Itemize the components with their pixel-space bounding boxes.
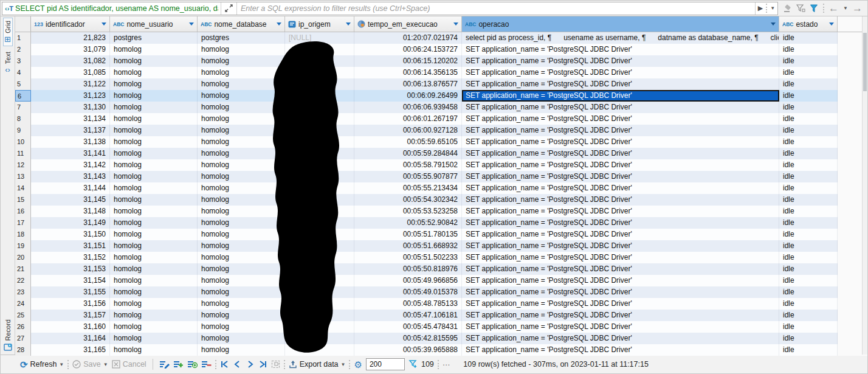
cell-tempo-em-execucao[interactable]: 00:05:49.966856	[354, 275, 462, 286]
cell-estado[interactable]: idle	[779, 310, 838, 321]
cell-tempo-em-execucao[interactable]: 00:05:55.213434	[354, 182, 462, 194]
cell-identificador[interactable]: 31,165	[31, 344, 110, 356]
cell-operacao[interactable]: SET application_name = 'PostgreSQL JDBC …	[462, 217, 779, 229]
cell-tempo-em-execucao[interactable]: 00:05:52.90842	[354, 217, 462, 229]
cell-operacao[interactable]: SET application_name = 'PostgreSQL JDBC …	[462, 182, 779, 194]
row-number[interactable]: 25	[15, 310, 31, 321]
cell-tempo-em-execucao[interactable]: 00:05:51.780135	[354, 229, 462, 240]
column-dropdown-icon[interactable]	[829, 23, 834, 26]
cell-tempo-em-execucao[interactable]: 00:06:09.26499	[354, 90, 462, 102]
row-number[interactable]: 11	[15, 148, 31, 159]
row-number[interactable]: 14	[15, 182, 31, 194]
cell-nome-usuario[interactable]: postgres	[110, 32, 198, 44]
save-button[interactable]: Save ▼	[72, 360, 108, 369]
cell-nome-database[interactable]: homolog	[198, 194, 285, 206]
first-row-icon[interactable]	[220, 360, 229, 369]
cell-tempo-em-execucao[interactable]: 00:05:47.106181	[354, 310, 462, 321]
cell-ip-origem[interactable]	[285, 240, 354, 252]
tab-text[interactable]: Text ‹›	[3, 49, 13, 77]
cell-operacao[interactable]: SET application_name = 'PostgreSQL JDBC …	[462, 275, 779, 286]
cell-estado[interactable]: idle	[779, 263, 838, 275]
cell-nome-database[interactable]: homolog	[198, 263, 285, 275]
cell-identificador[interactable]: 31,145	[31, 194, 110, 206]
row-number-header[interactable]	[15, 16, 31, 32]
row-number[interactable]: 8	[15, 113, 31, 125]
cell-tempo-em-execucao[interactable]: 00:05:53.523258	[354, 206, 462, 217]
cell-nome-usuario[interactable]: homolog	[110, 333, 198, 344]
cell-ip-origem[interactable]	[285, 44, 354, 55]
duplicate-row-icon[interactable]	[187, 360, 198, 369]
cell-nome-database[interactable]: homolog	[198, 67, 285, 78]
column-dropdown-icon[interactable]	[189, 23, 194, 26]
cell-operacao[interactable]: SET application_name = 'PostgreSQL JDBC …	[462, 286, 779, 298]
row-number[interactable]: 15	[15, 194, 31, 206]
cell-tempo-em-execucao[interactable]: 00:05:42.815595	[354, 333, 462, 344]
cell-identificador[interactable]: 31,156	[31, 298, 110, 310]
cell-tempo-em-execucao[interactable]: 00:05:39.965888	[354, 344, 462, 356]
cell-identificador[interactable]: 31,155	[31, 286, 110, 298]
previous-row-icon[interactable]	[233, 360, 242, 369]
row-number[interactable]: 19	[15, 240, 31, 252]
cell-estado[interactable]: idle	[779, 275, 838, 286]
cell-ip-origem[interactable]	[285, 275, 354, 286]
cell-ip-origem[interactable]	[285, 252, 354, 263]
row-number[interactable]: 4	[15, 67, 31, 78]
cell-identificador[interactable]: 31,157	[31, 310, 110, 321]
cell-estado[interactable]: idle	[779, 32, 838, 44]
row-number[interactable]: 28	[15, 344, 31, 356]
cell-nome-database[interactable]: homolog	[198, 113, 285, 125]
cell-ip-origem[interactable]	[285, 298, 354, 310]
cell-estado[interactable]: idle	[779, 44, 838, 55]
cell-nome-database[interactable]: homolog	[198, 102, 285, 113]
row-number[interactable]: 18	[15, 229, 31, 240]
custom-filter-icon[interactable]	[810, 4, 819, 13]
cell-ip-origem[interactable]	[285, 194, 354, 206]
cell-ip-origem[interactable]	[285, 263, 354, 275]
cell-ip-origem[interactable]	[285, 159, 354, 171]
cell-ip-origem[interactable]	[285, 206, 354, 217]
cell-nome-database[interactable]: homolog	[198, 333, 285, 344]
cancel-button[interactable]: Cancel	[112, 360, 146, 369]
cell-nome-usuario[interactable]: homolog	[110, 240, 198, 252]
row-number[interactable]: 16	[15, 206, 31, 217]
column-header-ip-origem[interactable]: ip_origem	[285, 16, 354, 32]
cell-identificador[interactable]: 21,823	[31, 32, 110, 44]
row-number[interactable]: 17	[15, 217, 31, 229]
cell-ip-origem[interactable]	[285, 90, 354, 102]
cell-ip-origem[interactable]	[285, 217, 354, 229]
last-row-icon[interactable]	[258, 360, 267, 369]
cell-identificador[interactable]: 31,164	[31, 333, 110, 344]
cell-estado[interactable]: idle	[779, 240, 838, 252]
nav-back-icon[interactable]: ←	[828, 3, 839, 13]
cell-identificador[interactable]: 31,085	[31, 67, 110, 78]
cell-nome-database[interactable]: homolog	[198, 55, 285, 67]
cell-ip-origem[interactable]	[285, 148, 354, 159]
cell-estado[interactable]: idle	[779, 321, 838, 333]
cell-nome-usuario[interactable]: homolog	[110, 275, 198, 286]
cell-tempo-em-execucao[interactable]: 00:05:51.668932	[354, 240, 462, 252]
export-dropdown-icon[interactable]: ▼	[341, 362, 346, 367]
cell-nome-usuario[interactable]: homolog	[110, 252, 198, 263]
cell-ip-origem[interactable]	[285, 229, 354, 240]
cell-operacao[interactable]: SET application_name = 'PostgreSQL JDBC …	[462, 159, 779, 171]
cell-nome-usuario[interactable]: homolog	[110, 263, 198, 275]
cell-tempo-em-execucao[interactable]: 00:06:00.927128	[354, 125, 462, 136]
cell-nome-database[interactable]: homolog	[198, 240, 285, 252]
cell-ip-origem[interactable]	[285, 102, 354, 113]
column-dropdown-icon[interactable]	[102, 23, 106, 26]
cell-estado[interactable]: idle	[779, 252, 838, 263]
column-header-operacao[interactable]: ABC operacao	[462, 16, 779, 32]
row-number[interactable]: 10	[15, 136, 31, 148]
settings-gear-icon[interactable]: ⚙	[354, 360, 362, 369]
cell-estado[interactable]: idle	[779, 194, 838, 206]
add-row-icon[interactable]	[173, 360, 184, 369]
cell-nome-database[interactable]: homolog	[198, 310, 285, 321]
cell-nome-database[interactable]: homolog	[198, 136, 285, 148]
fetch-size-input[interactable]	[366, 358, 405, 370]
cell-identificador[interactable]: 31,134	[31, 113, 110, 125]
cell-operacao[interactable]: SET application_name = 'PostgreSQL JDBC …	[462, 78, 779, 90]
cell-operacao[interactable]: SET application_name = 'PostgreSQL JDBC …	[462, 44, 779, 55]
cell-estado[interactable]: idle	[779, 229, 838, 240]
cell-tempo-em-execucao[interactable]: 00:06:01.267197	[354, 113, 462, 125]
cell-nome-usuario[interactable]: homolog	[110, 344, 198, 356]
